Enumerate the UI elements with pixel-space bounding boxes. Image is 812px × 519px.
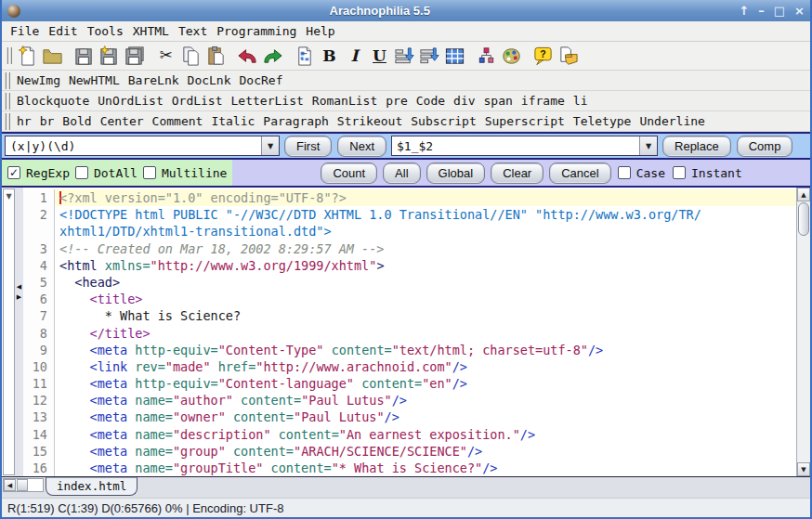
cut-icon[interactable]: ✂	[153, 44, 178, 69]
tag-button-teletype[interactable]: Teletype	[570, 113, 635, 129]
copy-icon[interactable]	[178, 44, 203, 69]
line-content[interactable]: <link rev="made" href="http://www.arachn…	[55, 358, 796, 375]
code-line[interactable]: 14 <meta name="description" content="An …	[23, 426, 796, 443]
quickbar-drag-handle[interactable]	[5, 93, 10, 110]
line-content[interactable]: <meta name="groupTitle" content="* What …	[55, 460, 796, 476]
code-line[interactable]: 2<!DOCTYPE html PUBLIC "-//W3C//DTD XHTM…	[23, 206, 796, 223]
toolbar-drag-handle[interactable]	[7, 47, 12, 64]
global-button[interactable]: Global	[427, 163, 485, 183]
code-line[interactable]: 10 <link rev="made" href="http://www.ara…	[23, 358, 796, 375]
code-line[interactable]: 16 <meta name="groupTitle" content="* Wh…	[23, 460, 796, 476]
menu-text[interactable]: Text	[174, 23, 212, 39]
quickbar-drag-handle[interactable]	[5, 72, 10, 89]
new-file-icon[interactable]	[15, 44, 40, 69]
find-dropdown-button[interactable]: ▼	[261, 136, 279, 155]
tag-button-iframe[interactable]: iframe	[517, 93, 569, 109]
regexp-checkbox-box[interactable]: ✓	[7, 166, 20, 179]
mini-scrollbar-thumb[interactable]	[17, 479, 28, 491]
scrollbar-thumb[interactable]	[798, 202, 809, 236]
replace-dropdown-button[interactable]: ▼	[639, 136, 657, 155]
tag-button-letterlist[interactable]: LetterList	[228, 93, 308, 109]
tag-button-italic[interactable]: Italic	[207, 113, 258, 129]
line-content[interactable]: <head>	[55, 274, 796, 291]
line-content[interactable]: <title>	[55, 291, 796, 307]
table-icon[interactable]	[442, 44, 467, 69]
splitter-right-icon[interactable]: ▶	[17, 292, 21, 303]
menu-tools[interactable]: Tools	[83, 23, 128, 39]
code-line[interactable]: 8 </title>	[23, 325, 796, 342]
code-line[interactable]: 11 <meta http-equiv="Content-language" c…	[23, 375, 796, 392]
line-content[interactable]: <html xmlns="http://www.w3.org/1999/xhtm…	[55, 257, 796, 274]
line-content[interactable]: * What is Science?	[55, 307, 796, 324]
code-line[interactable]: 9 <meta http-equiv="Content-Type" conten…	[23, 342, 796, 358]
splitter-left-icon[interactable]: ◀	[17, 282, 21, 292]
tab-index-html[interactable]: index.html	[46, 477, 138, 496]
checkbox-dotall[interactable]: DotAll	[75, 166, 138, 180]
menu-file[interactable]: File	[6, 23, 44, 39]
line-content[interactable]: <!DOCTYPE html PUBLIC "-//W3C//DTD XHTML…	[55, 206, 796, 223]
multiline-checkbox-box[interactable]	[143, 166, 156, 179]
find-input[interactable]	[6, 136, 261, 155]
line-content[interactable]: <!-- Created on Mar 18, 2002 8:29:57 AM …	[55, 240, 796, 257]
indent-icon[interactable]	[417, 44, 442, 69]
tag-button-barelnk[interactable]: BareLnk	[124, 72, 183, 88]
menu-help[interactable]: Help	[301, 23, 339, 39]
tag-button-strikeout[interactable]: Strikeout	[334, 113, 406, 129]
tag-button-subscript[interactable]: Subscript	[407, 113, 479, 129]
line-content[interactable]: <meta name="description" content="An ear…	[55, 426, 796, 443]
line-content[interactable]: <meta http-equiv="Content-language" cont…	[55, 375, 796, 392]
checkbox-instant[interactable]: Instant	[673, 166, 742, 180]
line-content[interactable]: <?xml version="1.0" encoding="UTF-8"?>	[55, 189, 796, 206]
tree-collapse-icon[interactable]: ▼	[6, 192, 11, 201]
tag-button-span[interactable]: span	[480, 93, 517, 109]
checkbox-regexp[interactable]: ✓RegExp	[7, 166, 70, 180]
close-button[interactable]: ×	[794, 5, 805, 18]
code-line[interactable]: 7 * What is Science?	[23, 307, 796, 324]
tag-button-underline[interactable]: Underline	[635, 113, 708, 129]
scroll-down-button[interactable]: ▼	[797, 462, 810, 476]
line-content[interactable]: xhtml1/DTD/xhtml1-transitional.dtd">	[55, 223, 796, 240]
checkbox-case[interactable]: Case	[618, 166, 665, 180]
replace-button[interactable]: Replace	[663, 136, 730, 156]
tag-button-ordlist[interactable]: OrdList	[168, 93, 227, 109]
tag-button-li[interactable]: li	[570, 93, 592, 109]
mini-scroll-left-button[interactable]: ◀	[4, 479, 16, 491]
menu-edit[interactable]: Edit	[44, 23, 82, 39]
tag-button-superscript[interactable]: Superscript	[481, 113, 569, 129]
code-line[interactable]: 1<?xml version="1.0" encoding="UTF-8"?>	[23, 189, 796, 206]
line-content[interactable]: <meta name="author" content="Paul Lutus"…	[55, 392, 796, 409]
instant-checkbox-box[interactable]	[673, 166, 686, 179]
tag-button-blockquote[interactable]: Blockquote	[13, 93, 93, 109]
code-line[interactable]: 12 <meta name="author" content="Paul Lut…	[23, 392, 796, 409]
undo-icon[interactable]	[235, 44, 260, 69]
browser-view-icon[interactable]	[292, 44, 317, 69]
underline-icon[interactable]: U	[367, 44, 392, 69]
italic-icon[interactable]: I	[342, 44, 367, 69]
dotall-checkbox-box[interactable]	[75, 166, 88, 179]
code-line[interactable]: 15 <meta name="group" content="ARACH/SCI…	[23, 443, 796, 460]
tag-button-code[interactable]: Code	[413, 93, 449, 109]
file-tree-panel[interactable]: ▼	[3, 188, 15, 475]
next-button[interactable]: Next	[338, 136, 386, 156]
line-content[interactable]: <meta name="owner" content="Paul Lutus"/…	[55, 409, 796, 425]
tag-button-center[interactable]: Center	[97, 113, 148, 129]
menu-programming[interactable]: Programming	[212, 23, 301, 39]
color-palette-icon[interactable]	[499, 44, 524, 69]
tag-button-div[interactable]: div	[450, 93, 478, 109]
first-button[interactable]: First	[285, 136, 331, 156]
code-editor[interactable]: 1<?xml version="1.0" encoding="UTF-8"?>2…	[23, 188, 796, 476]
clear-button[interactable]: Clear	[491, 163, 543, 183]
tag-button-docref[interactable]: DocRef	[236, 72, 287, 88]
site-tree-icon[interactable]	[474, 44, 499, 69]
tag-button-newimg[interactable]: NewImg	[13, 72, 64, 88]
tag-button-paragraph[interactable]: Paragraph	[259, 113, 332, 129]
code-line[interactable]: 5 <head>	[23, 274, 796, 291]
pane-splitter[interactable]: ◀ ▶	[15, 188, 23, 476]
scroll-up-button[interactable]: ▲	[797, 188, 810, 201]
save-as-icon[interactable]	[97, 44, 122, 69]
comp-button[interactable]: Comp	[738, 136, 792, 156]
save-all-icon[interactable]	[122, 44, 147, 69]
code-line[interactable]: 4<html xmlns="http://www.w3.org/1999/xht…	[23, 257, 796, 274]
tag-button-br[interactable]: br	[36, 113, 59, 129]
tag-button-pre[interactable]: pre	[382, 93, 411, 109]
